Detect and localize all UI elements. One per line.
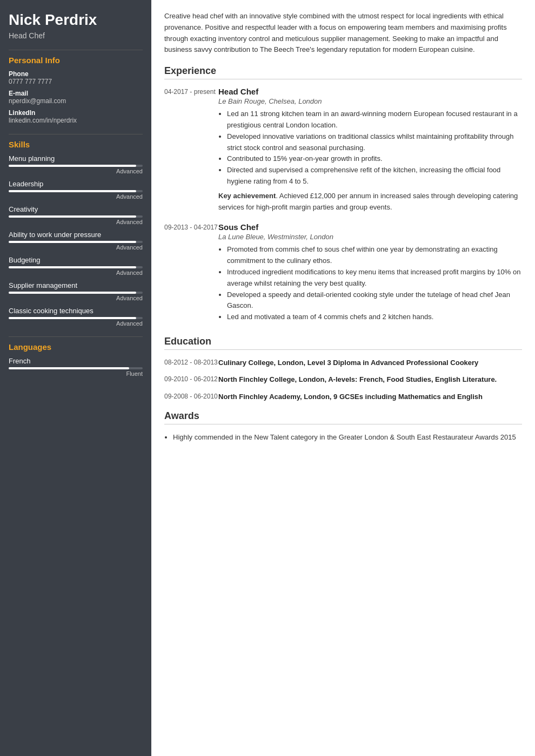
skill-name: Leadership	[9, 180, 143, 188]
education-content: North Finchley Academy, London, 9 GCSEs …	[218, 392, 522, 402]
experience-bullet-item: Promoted from commis chef to sous chef w…	[227, 244, 522, 267]
summary-text: Creative head chef with an innovative st…	[164, 11, 522, 56]
skill-bar-fill	[9, 165, 136, 167]
education-item: 08-2012 - 08-2013Culinary College, Londo…	[164, 357, 522, 368]
skill-bar-container	[9, 215, 143, 218]
education-content: North Finchley College, London, A-levels…	[218, 374, 522, 385]
education-degree: Culinary College, London, Level 3 Diplom…	[218, 357, 522, 368]
sidebar: Nick Perdrix Head Chef Personal Info Pho…	[0, 0, 151, 756]
language-bar-fill	[9, 367, 129, 369]
education-degree: North Finchley Academy, London, 9 GCSEs …	[218, 392, 522, 402]
linkedin-value: linkedin.com/in/nperdrix	[9, 117, 143, 124]
language-level: Fluent	[9, 370, 143, 377]
candidate-name: Nick Perdrix	[9, 11, 143, 29]
experience-date: 04-2017 - present	[164, 87, 218, 213]
language-bar-container	[9, 367, 143, 369]
skill-bar-fill	[9, 190, 136, 192]
skill-bar-fill	[9, 317, 136, 319]
education-item: 09-2008 - 06-2010North Finchley Academy,…	[164, 392, 522, 402]
experience-bullet-item: Led and motivated a team of 4 commis che…	[227, 312, 522, 323]
experience-bullets: Led an 11 strong kitchen team in an awar…	[218, 109, 522, 187]
language-item: FrenchFluent	[9, 357, 143, 377]
skill-bar-fill	[9, 266, 136, 268]
award-item: Highly commended in the New Talent categ…	[173, 432, 522, 443]
experience-bullet-item: Contributed to 15% year-on-year growth i…	[227, 153, 522, 165]
skill-bar-container	[9, 190, 143, 192]
phone-label: Phone	[9, 70, 143, 78]
skill-level: Advanced	[9, 219, 143, 225]
skills-section-title: Skills	[9, 134, 143, 149]
awards-section-title: Awards	[164, 410, 522, 424]
skill-item: LeadershipAdvanced	[9, 180, 143, 200]
awards-section: Awards Highly commended in the New Talen…	[164, 410, 522, 443]
education-section: Education 08-2012 - 08-2013Culinary Coll…	[164, 336, 522, 402]
skill-name: Ability to work under pressure	[9, 231, 143, 239]
experience-item: 09-2013 - 04-2017Sous ChefLa Lune Bleue,…	[164, 222, 522, 326]
skill-name: Supplier management	[9, 281, 143, 289]
experience-bullet-item: Introduced ingredient modifications to k…	[227, 267, 522, 289]
education-item: 09-2010 - 06-2012North Finchley College,…	[164, 374, 522, 385]
skill-bar-container	[9, 165, 143, 167]
phone-value: 0777 777 7777	[9, 78, 143, 85]
skill-name: Budgeting	[9, 256, 143, 264]
skill-name: Creativity	[9, 205, 143, 213]
skills-list: Menu planningAdvancedLeadershipAdvancedC…	[9, 154, 143, 327]
education-date: 09-2008 - 06-2010	[164, 392, 218, 402]
personal-info-section-title: Personal Info	[9, 50, 143, 65]
linkedin-label: LinkedIn	[9, 109, 143, 117]
skill-name: Menu planning	[9, 154, 143, 163]
experience-bullet-item: Led an 11 strong kitchen team in an awar…	[227, 109, 522, 131]
experience-bullets: Promoted from commis chef to sous chef w…	[218, 244, 522, 323]
skill-item: Supplier managementAdvanced	[9, 281, 143, 301]
experience-bullet-item: Developed a speedy and detail-oriented c…	[227, 289, 522, 312]
skill-name: Classic cooking techniques	[9, 307, 143, 315]
awards-list: Highly commended in the New Talent categ…	[164, 432, 522, 443]
education-date: 08-2012 - 08-2013	[164, 357, 218, 368]
skill-item: CreativityAdvanced	[9, 205, 143, 225]
experience-section-title: Experience	[164, 65, 522, 79]
experience-job-title: Sous Chef	[218, 222, 522, 232]
languages-list: FrenchFluent	[9, 357, 143, 377]
skill-item: Menu planningAdvanced	[9, 154, 143, 174]
experience-section: Experience 04-2017 - presentHead ChefLe …	[164, 65, 522, 326]
skill-bar-container	[9, 317, 143, 319]
experience-achievement: Key achievement. Achieved £12,000 per an…	[218, 191, 522, 213]
education-degree: North Finchley College, London, A-levels…	[218, 374, 522, 385]
awards-bullets: Highly commended in the New Talent categ…	[164, 432, 522, 443]
education-section-title: Education	[164, 336, 522, 350]
skill-level: Advanced	[9, 244, 143, 251]
email-label: E-mail	[9, 90, 143, 97]
email-value: nperdix@gmail.com	[9, 97, 143, 105]
skill-item: Classic cooking techniquesAdvanced	[9, 307, 143, 327]
experience-item: 04-2017 - presentHead ChefLe Bain Rouge,…	[164, 87, 522, 213]
experience-content: Head ChefLe Bain Rouge, Chelsea, LondonL…	[218, 87, 522, 213]
skill-level: Advanced	[9, 193, 143, 200]
experience-date: 09-2013 - 04-2017	[164, 222, 218, 326]
skill-level: Advanced	[9, 269, 143, 276]
skill-bar-container	[9, 266, 143, 268]
candidate-title: Head Chef	[9, 31, 143, 40]
experience-job-title: Head Chef	[218, 87, 522, 96]
skill-bar-fill	[9, 292, 136, 294]
experience-company: La Lune Bleue, Westminster, London	[218, 233, 522, 241]
experience-company: Le Bain Rouge, Chelsea, London	[218, 97, 522, 105]
skill-level: Advanced	[9, 320, 143, 327]
education-list: 08-2012 - 08-2013Culinary College, Londo…	[164, 357, 522, 402]
skill-bar-fill	[9, 215, 136, 218]
language-name: French	[9, 357, 143, 365]
education-content: Culinary College, London, Level 3 Diplom…	[218, 357, 522, 368]
skill-bar-container	[9, 241, 143, 243]
skill-item: Ability to work under pressureAdvanced	[9, 231, 143, 251]
skill-bar-container	[9, 292, 143, 294]
languages-section-title: Languages	[9, 336, 143, 352]
skill-bar-fill	[9, 241, 136, 243]
skill-level: Advanced	[9, 168, 143, 174]
experience-bullet-item: Developed innovative variations on tradi…	[227, 131, 522, 154]
main-content: Creative head chef with an innovative st…	[151, 0, 535, 756]
skill-level: Advanced	[9, 295, 143, 301]
skill-item: BudgetingAdvanced	[9, 256, 143, 276]
education-date: 09-2010 - 06-2012	[164, 374, 218, 385]
experience-content: Sous ChefLa Lune Bleue, Westminster, Lon…	[218, 222, 522, 326]
experience-bullet-item: Directed and supervised a comprehensive …	[227, 165, 522, 187]
experience-list: 04-2017 - presentHead ChefLe Bain Rouge,…	[164, 87, 522, 326]
